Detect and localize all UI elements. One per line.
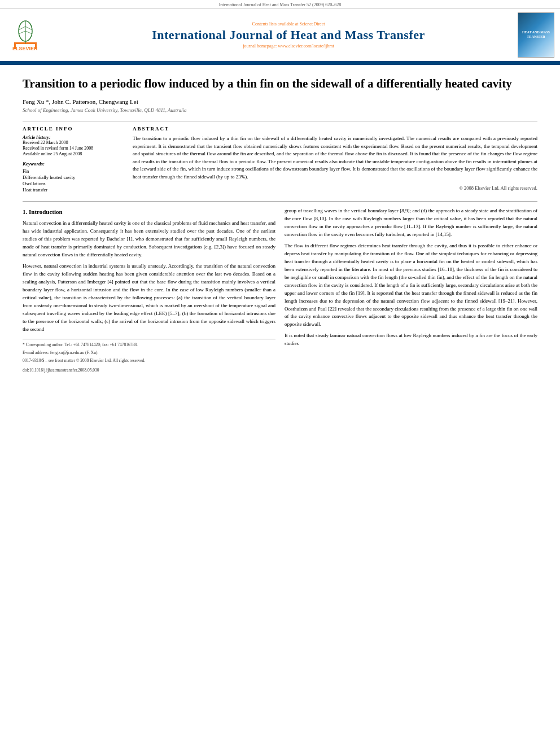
svg-line-6 [25,27,32,30]
keyword-1: Fin [23,168,121,174]
section1-para1: Natural convection in a differentially h… [23,220,275,259]
keyword-4: Heat transfer [23,187,121,193]
divider-2 [23,201,537,202]
section1-para1-text: Natural convection in a differentially h… [23,220,275,257]
footnote-area: * Corresponding author. Tel.: +61 747814… [23,339,275,374]
journal-title: International Journal of Heat and Mass T… [68,28,509,42]
keywords-label: Keywords: [23,161,121,167]
footnote-star: * Corresponding author. Tel.: +61 747814… [23,342,275,348]
homepage-prefix: journal homepage: [243,43,278,49]
available-date: Available online 25 August 2008 [23,151,121,156]
sciencedirect-link-text: ScienceDirect [300,21,325,27]
topbar-text: International Journal of Heat and Mass T… [219,2,342,7]
abstract-header: ABSTRACT [133,126,537,132]
copyright: © 2008 Elsevier Ltd. All rights reserved… [133,185,537,191]
keyword-2: Differentially heated cavity [23,174,121,180]
header-right: HEAT AND MASS TRANSFER [509,12,554,58]
right-column: group of travelling waves in the vertica… [285,207,537,374]
body-columns: 1. Introduction Natural convection in a … [23,207,537,374]
info-abstract-row: ARTICLE INFO Article history: Received 2… [23,126,537,193]
history-label: Article history: [23,135,121,140]
abstract-text: The transition to a periodic flow induce… [133,135,537,181]
abstract-section: ABSTRACT The transition to a periodic fl… [133,126,537,193]
homepage-url: www.elsevier.com/locate/ijhmt [278,43,334,49]
section-1-title: 1. Introduction [23,207,275,217]
keyword-3: Oscillations [23,181,121,186]
journal-cover-image: HEAT AND MASS TRANSFER [518,12,554,58]
sciencedirect-prefix: Contents lists available at [252,21,300,27]
section1-right-para3: It is noted that steady laminar natural … [285,332,537,348]
topbar: International Journal of Heat and Mass T… [0,0,560,9]
article-history: Article history: Received 22 March 2008 … [23,135,121,156]
author-names: Feng Xu *, John C. Patterson, Chengwang … [23,98,138,105]
svg-line-8 [25,31,32,34]
authors: Feng Xu *, John C. Patterson, Chengwang … [23,98,537,105]
journal-homepage: journal homepage: www.elsevier.com/locat… [68,43,509,49]
left-column: 1. Introduction Natural convection in a … [23,207,275,374]
svg-line-5 [19,27,25,30]
header-center: Contents lists available at ScienceDirec… [68,21,509,49]
cover-text: HEAT AND MASS TRANSFER [520,30,552,40]
article-area: Transition to a periodic flow induced by… [0,65,560,385]
section1-right-para3-text: It is noted that steady laminar natural … [285,333,537,346]
svg-text:ELSEVIER: ELSEVIER [12,46,38,51]
article-info: ARTICLE INFO Article history: Received 2… [23,126,121,193]
section1-right-para1: group of travelling waves in the vertica… [285,207,537,239]
divider-1 [23,121,537,121]
sciencedirect-line: Contents lists available at ScienceDirec… [68,21,509,27]
svg-line-7 [19,31,25,34]
section1-para2-text: However, natural convection in industria… [23,263,275,332]
article-info-header: ARTICLE INFO [23,126,121,132]
section1-right-para2: The flow in different flow regimes deter… [285,242,537,329]
affiliation: School of Engineering, James Cook Univer… [23,107,537,113]
header-left: ELSEVIER [6,20,68,51]
section1-right-para2-text: The flow in different flow regimes deter… [285,243,537,327]
elsevier-logo: ELSEVIER [11,20,62,51]
revised-date: Received in revised form 14 June 2008 [23,146,121,151]
doi-note: doi:10.1016/j.ijheatmasstransfer.2008.05… [23,367,275,374]
article-title: Transition to a periodic flow induced by… [23,76,537,91]
section1-para2: However, natural convection in industria… [23,263,275,333]
issn-note: 0017-9310/$ – see front matter © 2008 El… [23,357,275,364]
section1-right-para1-text: group of travelling waves in the vertica… [285,208,537,237]
footnote-email: E-mail address: feng.xu@jcu.edu.au (F. X… [23,350,275,356]
keywords-list: Fin Differentially heated cavity Oscilla… [23,168,121,193]
journal-header: ELSEVIER Contents lists available at Sci… [0,9,560,63]
received-date: Received 22 March 2008 [23,140,121,145]
